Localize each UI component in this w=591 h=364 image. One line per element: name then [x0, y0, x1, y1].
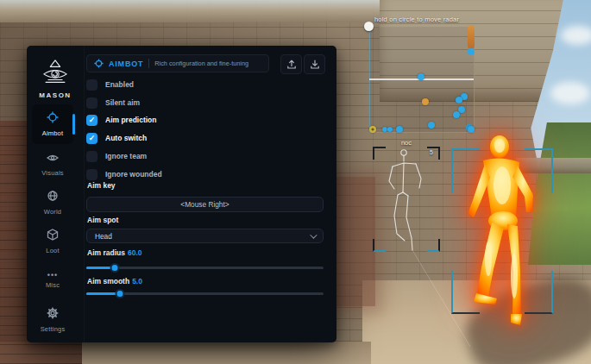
toggle-ignore-wounded[interactable]: Ignore wounded	[86, 166, 162, 183]
toggle-silent-aim[interactable]: Silent aim	[86, 94, 140, 111]
radar-dot	[387, 127, 393, 132]
radar-hint-text: hold on circle to move radar	[374, 16, 459, 23]
sidebar-item-settings[interactable]: Settings	[32, 300, 73, 340]
sidebar-item-world[interactable]: World	[32, 183, 73, 223]
game-screen: noc 5 hold on circle to move radar MASON	[0, 0, 591, 364]
slider-label: Aim smooth	[87, 277, 129, 286]
divider	[148, 59, 149, 68]
checkbox[interactable]	[86, 79, 97, 91]
toggle-enabled[interactable]: Enabled	[86, 76, 134, 93]
toggle-aim-prediction[interactable]: Aim prediction	[86, 111, 157, 129]
sidebar-item-label: Misc	[46, 281, 60, 289]
radar-dot	[369, 126, 376, 133]
tab-header: AIMBOT Rich configuration and fine-tunin…	[86, 54, 269, 72]
sidebar-item-label: World	[44, 208, 61, 216]
radar-dot	[422, 98, 429, 105]
esp-box-corner	[427, 239, 440, 252]
aim-key-label: Aim key	[87, 181, 116, 190]
aim-smooth-slider[interactable]	[86, 288, 324, 298]
radar-dot	[468, 126, 475, 133]
toggle-ignore-team[interactable]: Ignore team	[86, 147, 147, 165]
download-config-button[interactable]	[304, 54, 325, 74]
globe-icon	[47, 190, 59, 205]
active-indicator	[72, 114, 75, 135]
radar-dot	[418, 73, 424, 80]
slider-track[interactable]	[86, 267, 324, 269]
ellipsis-icon: •••	[47, 272, 58, 279]
radar-drag-handle[interactable]	[364, 22, 374, 31]
eye-icon	[47, 151, 59, 166]
chevron-down-icon	[310, 231, 317, 238]
aim-smooth-label: Aim smooth5.0	[87, 277, 142, 286]
radar-dot	[428, 122, 435, 129]
aim-key-binding-button[interactable]: <Mouse Right>	[86, 197, 324, 212]
esp-box-corner	[373, 147, 386, 160]
radar-marker-pill	[468, 25, 475, 49]
gear-icon	[47, 307, 59, 323]
brand-label: MASON	[27, 91, 84, 99]
sidebar-item-label: Visuals	[41, 169, 63, 177]
sidebar-item-misc[interactable]: ••• Misc	[32, 260, 73, 300]
aim-spot-dropdown[interactable]: Head	[86, 229, 324, 243]
upload-icon	[286, 60, 297, 70]
cheat-menu-panel: MASON Aimbot Visuals	[27, 46, 336, 342]
brick-patch	[330, 177, 375, 306]
esp-player-distance: 5	[430, 149, 433, 155]
sidebar-item-loot[interactable]: Loot	[32, 222, 73, 261]
aim-spot-label: Aim spot	[87, 216, 118, 224]
tab-title: AIMBOT	[109, 60, 143, 68]
radar-marker-dot	[468, 48, 475, 55]
toggle-label: Ignore team	[105, 152, 147, 160]
toggle-auto-switch[interactable]: Auto switch	[86, 129, 147, 147]
radar-dot	[453, 111, 460, 118]
slider-value: 5.0	[132, 277, 142, 286]
slider-label: Aim radius	[87, 248, 125, 257]
toggle-label: Silent aim	[105, 98, 140, 107]
tab-subtitle: Rich configuration and fine-tuning	[154, 60, 248, 67]
checkbox[interactable]	[86, 115, 97, 126]
aim-radius-slider[interactable]	[86, 262, 324, 273]
esp-box-corner	[525, 271, 553, 314]
checkbox[interactable]	[86, 151, 97, 162]
toggle-label: Aim prediction	[105, 116, 157, 124]
sidebar-item-label: Loot	[46, 247, 59, 254]
aim-spot-value: Head	[95, 232, 112, 241]
sidebar-item-label: Aimbot	[42, 129, 64, 137]
esp-box-corner	[373, 239, 386, 252]
esp-box-corner	[451, 271, 480, 314]
cube-icon	[47, 229, 59, 244]
sidebar-item-aimbot[interactable]: Aimbot	[32, 104, 73, 144]
crosshair-icon	[94, 59, 104, 68]
brand: MASON	[27, 59, 84, 99]
aim-key-value: <Mouse Right>	[180, 200, 229, 209]
esp-player-name: noc	[389, 139, 424, 147]
sidebar: MASON Aimbot Visuals	[27, 46, 85, 342]
slider-thumb[interactable]	[115, 289, 124, 298]
checkbox[interactable]	[86, 97, 97, 109]
upload-config-button[interactable]	[280, 54, 302, 74]
checkbox[interactable]	[86, 133, 97, 144]
mason-logo-icon	[41, 59, 70, 86]
sidebar-item-label: Settings	[41, 325, 66, 333]
wall-top-edge	[0, 0, 406, 22]
toggle-label: Ignore wounded	[105, 170, 162, 179]
checkbox[interactable]	[86, 169, 97, 180]
sidebar-item-visuals[interactable]: Visuals	[32, 144, 73, 184]
download-icon	[310, 60, 320, 70]
cloud	[550, 82, 590, 104]
aim-radius-label: Aim radius60.0	[87, 248, 141, 257]
slider-value: 60.0	[128, 248, 142, 257]
cloud	[561, 26, 591, 45]
radar-dot	[456, 97, 462, 104]
esp-box-corner	[525, 148, 553, 193]
toggle-label: Enabled	[105, 80, 134, 89]
slider-thumb[interactable]	[110, 263, 120, 273]
crosshair-icon	[47, 111, 59, 127]
esp-box-corner	[451, 148, 480, 193]
radar-dot	[396, 126, 403, 133]
toggle-label: Auto switch	[105, 134, 147, 142]
